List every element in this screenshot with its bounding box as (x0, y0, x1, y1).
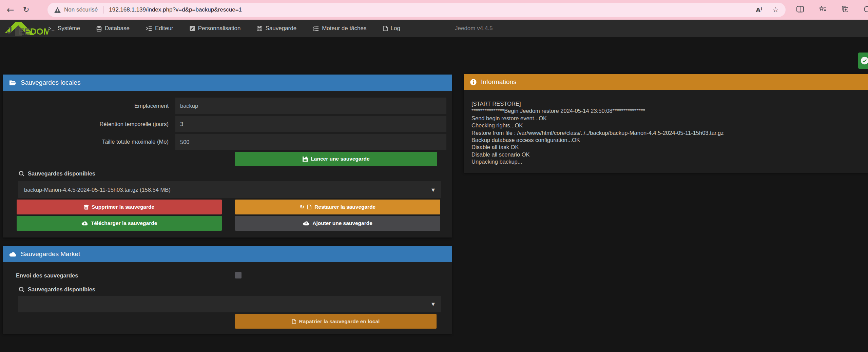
upload-backup-button[interactable]: Ajouter une sauvegarde (235, 216, 440, 231)
security-label: Non sécurisé (64, 6, 98, 13)
info-circle-icon (470, 79, 477, 85)
browser-toolbar: ← ↻ Non sécurisé 192.168.1.139/index.php… (0, 0, 868, 20)
max-size-label: Taille totale maximale (Mo) (3, 138, 169, 145)
available-market-backups-label: Sauvegardes disponibles (19, 286, 95, 293)
panel-title: Sauvegardes locales (21, 79, 80, 86)
jeedom-version-label: Jeedom v4.4.5 (455, 20, 493, 37)
restore-log: [START RESTORE] ***************Begin Jee… (471, 100, 861, 166)
trash-icon (84, 205, 89, 210)
log-file-icon (383, 26, 388, 31)
download-backup-button[interactable]: Télécharger la sauvegarde (17, 216, 222, 231)
search-icon (19, 171, 24, 177)
log-line: Send begin restore event...OK (471, 115, 861, 122)
back-icon[interactable]: ← (7, 5, 14, 14)
restore-backup-button[interactable]: ↻ Restaurer la sauvegarde (235, 200, 440, 214)
file-icon (307, 205, 311, 209)
menu-item-database[interactable]: Database (96, 25, 130, 32)
floppy-icon (303, 157, 308, 162)
available-backups-label: Sauvegardes disponibles (19, 170, 95, 177)
logo-text-dom: DOM (30, 26, 49, 37)
informations-header: Informations (464, 74, 868, 90)
logo-text-ee: EE (18, 26, 30, 37)
log-line: Checking rights...OK (471, 122, 861, 129)
check-circle-icon (861, 57, 868, 65)
market-backup-select[interactable]: ▼ (18, 296, 441, 312)
chevron-down-icon: ▼ (431, 187, 435, 192)
emplacement-label: Emplacement (3, 102, 169, 109)
search-icon (19, 287, 24, 292)
favorites-list-icon[interactable] (819, 6, 827, 14)
panel-title: Informations (481, 78, 517, 86)
browser-edge-partial-icon[interactable] (863, 6, 868, 14)
informations-panel: Informations [START RESTORE] ***********… (464, 74, 868, 173)
send-backups-checkbox[interactable] (235, 272, 242, 278)
menu-item-moteur-de-taches[interactable]: Moteur de tâches (313, 25, 366, 32)
folder-open-icon (9, 80, 16, 86)
reload-icon[interactable]: ↻ (23, 6, 29, 14)
sync-icon: ↻ (300, 204, 304, 210)
log-line: Disable all scenario OK (471, 151, 861, 158)
market-backups-header: Sauvegardes Market (3, 246, 452, 262)
log-line: Restore from file : /var/www/html/core/c… (471, 129, 861, 137)
emplacement-input[interactable] (175, 98, 446, 114)
market-backups-panel: Sauvegardes Market Envoi des sauvegardes… (3, 246, 452, 334)
url-text[interactable]: 192.168.1.139/index.php?v=d&p=backup&res… (109, 6, 749, 13)
log-line: ***************Begin Jeedom restore 2024… (471, 107, 861, 115)
menu-item-sauvegarde[interactable]: Sauvegarde (257, 25, 296, 32)
local-backups-header: Sauvegardes locales (3, 75, 452, 91)
read-aloud-icon[interactable]: A) (756, 6, 762, 14)
terminal-icon: >_ (49, 26, 55, 31)
save-confirm-fab[interactable] (858, 53, 868, 69)
logo-letter-j: J (6, 24, 12, 36)
log-line: Unpacking backup... (471, 158, 861, 165)
launch-backup-button[interactable]: Lancer une sauvegarde (235, 152, 437, 166)
selected-backup-value: backup-Manon-4.4.5-2024-05-11-15h03.tar.… (24, 187, 171, 193)
retention-input[interactable] (175, 116, 446, 132)
not-secure-warning-icon (54, 7, 61, 13)
log-line: Disable all task OK (471, 144, 861, 151)
local-backup-select[interactable]: backup-Manon-4.4.5-2024-05-11-15h03.tar.… (18, 181, 441, 198)
send-backups-label: Envoi des sauvegardes (16, 272, 78, 279)
log-line: [START RESTORE] (471, 100, 861, 107)
editor-icon (146, 26, 152, 31)
local-backups-panel: Sauvegardes locales Emplacement Rétentio… (3, 75, 452, 237)
address-bar[interactable]: Non sécurisé 192.168.1.139/index.php?v=d… (47, 3, 786, 17)
address-divider (103, 6, 103, 14)
repatriate-backup-button[interactable]: Rapatrier la sauvegarde en local (235, 314, 437, 329)
file-icon (292, 319, 296, 324)
jeedom-navbar: J EEDOM >_ Système Database Editeur Pers… (0, 20, 868, 37)
menu-item-systeme[interactable]: >_ Système (49, 25, 80, 32)
menu-item-log[interactable]: Log (383, 25, 400, 32)
cloud-download-icon (81, 221, 88, 226)
log-line: Backup database access configuration...O… (471, 137, 861, 144)
cloud-icon (9, 252, 16, 257)
favorite-star-icon[interactable]: ☆ (772, 6, 779, 14)
chevron-down-icon: ▼ (431, 302, 435, 307)
collections-icon[interactable] (841, 6, 849, 14)
save-icon (257, 26, 262, 31)
customize-icon (190, 26, 195, 31)
delete-backup-button[interactable]: Supprimer la sauvegarde (17, 200, 222, 214)
split-screen-icon[interactable] (796, 6, 804, 14)
jeedom-logo[interactable]: J EEDOM (3, 20, 49, 37)
max-size-input[interactable] (175, 134, 446, 150)
menu-item-editeur[interactable]: Editeur (146, 25, 173, 32)
retention-label: Rétention temporelle (jours) (3, 121, 169, 127)
menu-item-personnalisation[interactable]: Personnalisation (190, 25, 241, 32)
cloud-upload-icon (303, 221, 309, 226)
panel-title: Sauvegardes Market (21, 250, 80, 258)
main-menu: >_ Système Database Editeur Personnalisa… (49, 20, 400, 37)
tasks-icon (313, 26, 319, 31)
database-icon (96, 26, 102, 32)
